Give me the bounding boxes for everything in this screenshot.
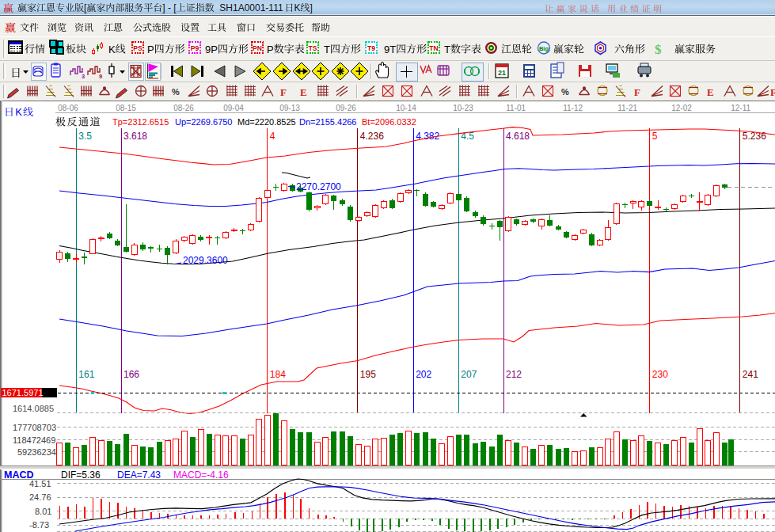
svg-text:Big: Big (539, 45, 549, 52)
svg-text:TS: TS (309, 44, 317, 52)
svg-text:8.01: 8.01 (35, 507, 51, 516)
svg-text:166: 166 (123, 369, 139, 380)
svg-text:PN: PN (253, 44, 262, 52)
svg-text:2270.2700: 2270.2700 (296, 181, 341, 192)
svg-text:Tp=2312.6515: Tp=2312.6515 (112, 117, 169, 127)
svg-text:DIF=5.36: DIF=5.36 (61, 469, 101, 481)
svg-text:10-14: 10-14 (396, 104, 416, 112)
svg-text:3.618: 3.618 (123, 131, 147, 142)
svg-text:11-01: 11-01 (506, 104, 526, 112)
svg-text:TN: TN (429, 44, 438, 52)
svg-text:F: F (280, 86, 287, 98)
svg-text:T9: T9 (367, 44, 375, 52)
svg-text:59236234: 59236234 (17, 447, 56, 457)
svg-text:11-21: 11-21 (617, 104, 637, 112)
svg-text:202: 202 (416, 369, 431, 380)
svg-text:F: F (770, 86, 775, 98)
svg-text:41.51: 41.51 (29, 479, 51, 488)
svg-text:3.5: 3.5 (78, 131, 92, 142)
svg-text:Bt=2096.0332: Bt=2096.0332 (362, 117, 416, 127)
svg-text:K: K (294, 2, 300, 13)
svg-text:4.236: 4.236 (360, 131, 384, 142)
svg-text:T: T (444, 44, 450, 55)
svg-text:P: P (267, 44, 274, 55)
svg-text:21: 21 (498, 69, 506, 77)
svg-text:09-26: 09-26 (336, 104, 356, 112)
svg-text:K: K (15, 106, 23, 118)
svg-text:10-23: 10-23 (453, 104, 473, 112)
svg-text:08-06: 08-06 (58, 104, 78, 112)
svg-text:F: F (634, 86, 640, 98)
svg-text:5: 5 (652, 131, 658, 142)
svg-text:12-02: 12-02 (671, 104, 692, 112)
svg-text:P: P (147, 44, 154, 55)
svg-text:09-13: 09-13 (279, 104, 300, 112)
svg-text:4.618: 4.618 (506, 131, 530, 142)
svg-text:118472469: 118472469 (13, 435, 55, 445)
svg-text:-: - (168, 2, 171, 13)
svg-text:2029.3600: 2029.3600 (183, 255, 228, 266)
svg-text:212: 212 (506, 369, 522, 380)
svg-text:PS: PS (133, 44, 142, 52)
svg-text:1614.0885: 1614.0885 (13, 404, 54, 413)
svg-text:SH1A0001-111: SH1A0001-111 (219, 2, 283, 13)
svg-text:MACD=-4.16: MACD=-4.16 (173, 469, 229, 481)
svg-text:177708703: 177708703 (13, 423, 56, 432)
svg-text:241: 241 (743, 369, 758, 380)
svg-text:9T: 9T (384, 44, 396, 55)
svg-text:Md=2220.8525: Md=2220.8525 (237, 117, 296, 127)
svg-text:$: $ (655, 42, 662, 57)
svg-text:K: K (108, 44, 116, 55)
svg-text:P9: P9 (191, 44, 199, 52)
svg-text:Up=2269.6750: Up=2269.6750 (175, 117, 232, 127)
svg-text:9: 9 (99, 73, 102, 80)
svg-text:E: E (707, 86, 714, 98)
svg-text:-8.73: -8.73 (29, 520, 49, 530)
svg-text:195: 195 (360, 369, 376, 380)
svg-text:12-11: 12-11 (731, 104, 750, 112)
svg-text:T: T (324, 44, 330, 55)
svg-text:3: 3 (82, 73, 85, 80)
svg-text:]: ] (162, 2, 165, 13)
svg-text:]: ] (310, 2, 312, 13)
svg-text:207: 207 (461, 369, 477, 380)
svg-text:E: E (300, 86, 307, 98)
svg-text:9P: 9P (205, 44, 218, 55)
svg-text:11-12: 11-12 (563, 104, 583, 112)
svg-text:Dn=2155.4266: Dn=2155.4266 (299, 117, 356, 127)
svg-text:184: 184 (270, 369, 286, 380)
svg-text:161: 161 (78, 369, 94, 380)
svg-text:08-26: 08-26 (173, 104, 194, 112)
svg-text:09-04: 09-04 (223, 104, 244, 112)
svg-text:%: % (561, 87, 569, 97)
svg-text:4: 4 (270, 131, 275, 142)
svg-text:230: 230 (652, 369, 668, 380)
svg-text:%: % (172, 87, 180, 97)
svg-text:08-15: 08-15 (116, 104, 136, 112)
svg-text:24.76: 24.76 (29, 492, 51, 502)
svg-text:1671.5971: 1671.5971 (2, 388, 44, 397)
svg-text:DEA=7.43: DEA=7.43 (117, 469, 161, 481)
